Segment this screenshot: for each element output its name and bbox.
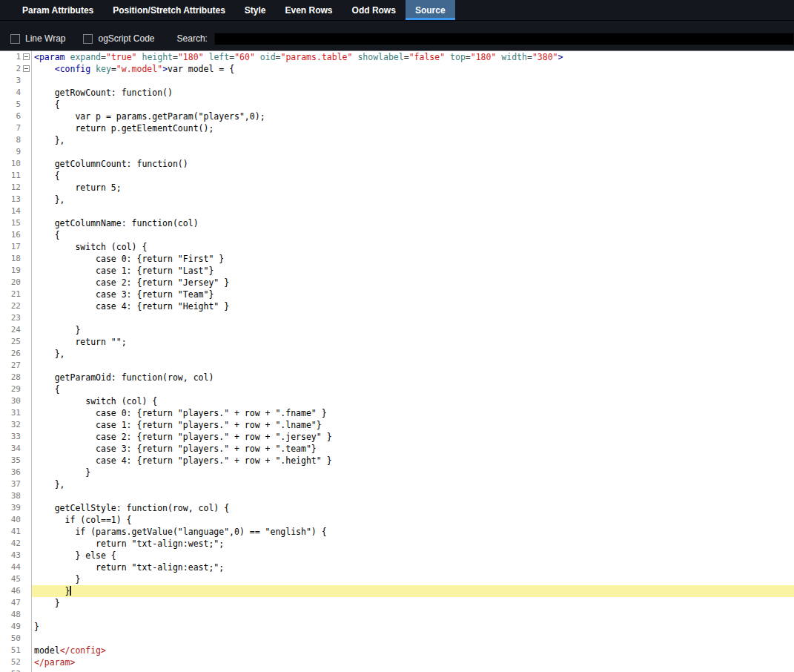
ogscript-code-label: ogScript Code [98,33,154,44]
code-line-text[interactable] [32,609,794,621]
fold-gutter [21,75,32,87]
code-line-text[interactable]: if (params.getValue("language",0) == "en… [32,526,794,538]
line-number: 37 [0,478,21,490]
fold-gutter [21,182,32,194]
search-input[interactable] [214,33,794,45]
line-number: 53 [0,668,21,672]
ogscript-code-toggle[interactable]: ogScript Code [83,33,154,44]
code-line-text[interactable]: { [32,229,794,241]
fold-gutter [21,490,32,502]
code-line-text[interactable] [32,75,794,87]
line-number: 45 [0,573,21,585]
code-line-text[interactable]: }, [32,348,794,360]
code-line-text[interactable] [32,633,794,645]
code-line-text[interactable] [32,205,794,217]
code-line-text[interactable]: getRowCount: function() [32,87,794,99]
code-line-text[interactable]: case 0: {return "players." + row + ".fna… [32,407,794,419]
code-line-text[interactable]: return "txt-align:east;"; [32,561,794,573]
code-line: 32 case 1: {return "players." + row + ".… [0,419,794,431]
code-line-text[interactable] [32,668,794,672]
code-line-text[interactable]: <config key="w.model">var model = { [32,63,794,75]
tab-style[interactable]: Style [235,0,276,20]
code-line: 27 [0,360,794,372]
code-line-text[interactable]: }, [32,194,794,205]
line-number: 19 [0,265,21,277]
fold-gutter [21,467,32,478]
code-line-text[interactable]: if (col==1) { [32,514,794,526]
code-line-text-active[interactable]: } [32,585,794,597]
source-code-editor[interactable]: 1<param expand="true" height="180" left=… [0,50,794,672]
code-line: 25 return ""; [0,336,794,348]
code-line-text[interactable] [32,312,794,324]
code-line-text[interactable]: } [32,467,794,478]
code-line-text[interactable]: case 2: {return "Jersey" } [32,277,794,289]
line-number: 49 [0,621,21,633]
code-line-text[interactable]: return p.getElementCount(); [32,122,794,134]
code-line-text[interactable]: case 3: {return "players." + row + ".tea… [32,443,794,455]
fold-gutter [21,170,32,182]
code-line-text[interactable]: return "txt-align:west;"; [32,538,794,550]
tab-param-attributes[interactable]: Param Attributes [13,0,103,20]
code-line-text[interactable]: getColumnName: function(col) [32,217,794,229]
tab-even-rows[interactable]: Even Rows [276,0,343,20]
tab-odd-rows[interactable]: Odd Rows [343,0,406,20]
fold-gutter [21,633,32,645]
code-line: 52</param> [0,656,794,668]
code-line-text[interactable]: switch (col) { [32,241,794,253]
code-line-text[interactable]: } [32,573,794,585]
code-line-text[interactable]: </param> [32,656,794,668]
code-line-text[interactable]: case 1: {return "Last"} [32,265,794,277]
line-number: 18 [0,253,21,265]
code-line-text[interactable]: model</config> [32,645,794,656]
code-line-text[interactable] [32,360,794,372]
fold-gutter [21,668,32,672]
code-line-text[interactable]: switch (col) { [32,395,794,407]
fold-gutter [21,111,32,122]
line-number: 39 [0,502,21,514]
fold-gutter [21,645,32,656]
code-line-text[interactable]: return 5; [32,182,794,194]
code-line-text[interactable]: var p = params.getParam("players",0); [32,111,794,122]
code-line-text[interactable]: getCellStyle: function(row, col) { [32,502,794,514]
line-number: 14 [0,205,21,217]
fold-collapse-icon[interactable] [23,53,30,60]
code-line-text[interactable] [32,490,794,502]
code-line: 16 { [0,229,794,241]
tab-source[interactable]: Source [406,0,455,20]
fold-collapse-icon[interactable] [23,65,30,72]
code-line-text[interactable]: } [32,621,794,633]
code-line: 28 getParamOid: function(row, col) [0,372,794,383]
code-line-text[interactable]: } [32,597,794,609]
code-line-text[interactable]: <param expand="true" height="180" left="… [32,51,794,63]
code-line-text[interactable]: } [32,324,794,336]
line-wrap-toggle[interactable]: Line Wrap [10,33,65,44]
ogscript-code-checkbox[interactable] [83,34,93,44]
code-line-text[interactable]: case 2: {return "players." + row + ".jer… [32,431,794,443]
code-line-text[interactable]: { [32,170,794,182]
code-line-text[interactable]: return ""; [32,336,794,348]
code-line-text[interactable]: getColumnCount: function() [32,158,794,170]
code-line-text[interactable]: }, [32,134,794,146]
line-wrap-checkbox[interactable] [10,34,20,44]
code-line-text[interactable]: { [32,99,794,111]
line-number: 52 [0,656,21,668]
line-wrap-label: Line Wrap [25,33,65,44]
code-line-text[interactable]: case 0: {return "First" } [32,253,794,265]
tab-position-stretch-attributes[interactable]: Position/Stretch Attributes [103,0,235,20]
code-line-text[interactable]: case 3: {return "Team"} [32,289,794,300]
line-number: 24 [0,324,21,336]
fold-gutter [21,265,32,277]
code-line-text[interactable]: case 1: {return "players." + row + ".lna… [32,419,794,431]
code-line-text[interactable]: case 4: {return "Height" } [32,300,794,312]
code-line-text[interactable]: } else { [32,550,794,561]
code-line: 42 return "txt-align:west;"; [0,538,794,550]
code-line: 23 [0,312,794,324]
code-line: 44 return "txt-align:east;"; [0,561,794,573]
code-line-text[interactable]: getParamOid: function(row, col) [32,372,794,383]
code-line-text[interactable]: { [32,383,794,395]
code-line-text[interactable]: }, [32,478,794,490]
code-line-text[interactable] [32,146,794,158]
line-number: 46 [0,585,21,597]
line-number: 30 [0,395,21,407]
code-line-text[interactable]: case 4: {return "players." + row + ".hei… [32,455,794,467]
